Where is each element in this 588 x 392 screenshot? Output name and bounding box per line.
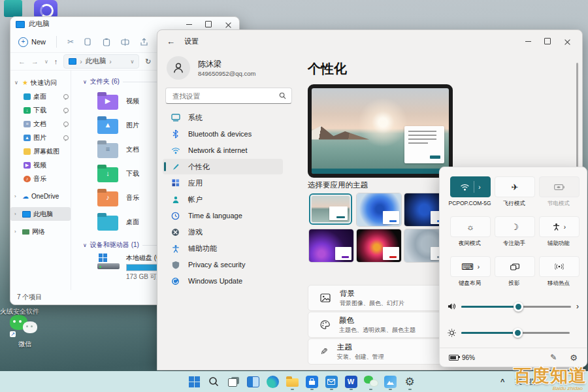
sidebar-item-desktop[interactable]: 桌面 (10, 90, 71, 103)
sidebar-item-documents[interactable]: ≡ 文档 (10, 117, 71, 131)
new-button[interactable]: + New (18, 37, 46, 47)
account-block[interactable]: 陈沐梁 849650952@qq.com (167, 56, 255, 80)
edge-icon[interactable] (265, 373, 280, 390)
breadcrumb-sep: › (109, 57, 112, 65)
nav-item-accounts[interactable]: 帐户 (163, 191, 283, 207)
gear-icon[interactable]: ⚙ (570, 353, 578, 363)
start-button[interactable] (187, 373, 201, 390)
sidebar-item-this-pc[interactable]: › 此电脑 (10, 207, 71, 221)
sidebar-item-network[interactable]: › 网络 (10, 225, 71, 238)
nav-item-gaming[interactable]: 游戏 (163, 224, 283, 240)
desktop-shortcut-teal-icon[interactable] (4, 0, 22, 17)
paste-icon[interactable] (103, 38, 110, 46)
quick-settings-panel: › ✈ PCPOP.COM-5G 飞行模式 节电模式 ☼ ☽ › 夜间模式 专注… (439, 167, 587, 367)
nav-item-personalization[interactable]: 个性化 (163, 159, 283, 174)
color-palette-icon (320, 320, 330, 329)
sidebar-item-videos[interactable]: ▶ 视频 (10, 158, 71, 172)
settings-minimize-button[interactable] (518, 35, 538, 47)
copy-icon[interactable] (84, 38, 92, 46)
explorer-close-button[interactable] (218, 18, 238, 30)
accessibility-chevron-icon[interactable]: › (564, 223, 566, 231)
nav-item-windows-update[interactable]: Windows Update (163, 273, 283, 289)
mobile-hotspot-tile[interactable] (539, 256, 580, 277)
chevron-right-icon[interactable]: › (14, 193, 20, 199)
theme-mini-window (329, 206, 348, 220)
address-chevron-icon[interactable]: ∨ (131, 59, 135, 65)
nav-item-accessibility[interactable]: 辅助功能 (163, 240, 283, 256)
refresh-icon[interactable]: ↻ (145, 57, 151, 66)
chevron-right-icon[interactable]: › (14, 211, 20, 217)
theme-tile-light-selected[interactable] (309, 193, 352, 225)
word-icon[interactable]: W (344, 373, 358, 390)
volume-slider[interactable] (461, 306, 571, 308)
mail-icon[interactable] (324, 373, 338, 390)
theme-tile-flower-dark[interactable] (357, 229, 401, 262)
search-icon (208, 376, 219, 387)
edit-quick-settings-icon[interactable]: ✎ (550, 353, 557, 362)
breadcrumb[interactable]: › 此电脑 › ∨ (63, 54, 139, 69)
airplane-mode-tile[interactable]: ✈ (495, 176, 535, 197)
wifi-expand-chevron-icon[interactable]: › (478, 184, 480, 191)
keyboard-layout-tile[interactable]: ⌨ › (450, 256, 491, 277)
rename-icon[interactable] (121, 38, 129, 46)
wifi-tile[interactable]: › (450, 176, 491, 197)
tray-expand-chevron[interactable]: ^ (500, 378, 504, 385)
brightness-icon[interactable] (448, 329, 456, 337)
back-icon[interactable]: ← (18, 57, 25, 65)
chevron-down-icon[interactable]: ∨ (14, 80, 20, 86)
sidebar-item-onedrive[interactable]: › ☁ OneDrive (10, 189, 71, 203)
share-icon[interactable] (140, 38, 148, 46)
project-tile[interactable] (495, 256, 535, 277)
wifi-label: PCPOP.COM-5G (447, 200, 493, 206)
night-light-tile[interactable]: ☼ (450, 216, 491, 237)
settings-maximize-button[interactable] (538, 35, 557, 47)
cut-icon[interactable]: ✂ (67, 37, 74, 46)
wechat-taskbar-icon[interactable] (363, 373, 378, 390)
taskbar-search-button[interactable] (206, 373, 221, 390)
forward-icon[interactable]: → (31, 57, 39, 65)
settings-close-button[interactable] (557, 35, 577, 47)
taskbar-settings-icon[interactable]: ⚙ (402, 373, 417, 390)
widgets-button[interactable] (246, 373, 260, 390)
user-name: 陈沐梁 (198, 59, 255, 70)
speaker-icon[interactable] (448, 302, 456, 310)
accessibility-label: 辅助功能 (536, 240, 581, 248)
nav-item-bluetooth[interactable]: Bluetooth & devices (163, 126, 283, 142)
brightness-slider[interactable] (461, 332, 570, 334)
sidebar-item-music[interactable]: ♪ 音乐 (10, 172, 71, 186)
theme-tile-bloom-light[interactable] (357, 193, 401, 226)
photos-icon[interactable] (383, 373, 397, 390)
nav-item-time-language[interactable]: Time & language (163, 208, 283, 223)
recent-chevron-icon[interactable]: ∨ (44, 59, 48, 65)
explorer-maximize-button[interactable] (199, 18, 218, 30)
sidebar-item-quick-access[interactable]: ∨ ★ 快速访问 (10, 76, 71, 90)
nav-item-apps[interactable]: 应用 (163, 175, 283, 191)
airplane-icon: ✈ (512, 182, 519, 192)
chevron-right-icon[interactable]: › (14, 229, 20, 235)
focus-assist-tile[interactable]: ☽ (495, 216, 535, 237)
up-icon[interactable]: ↑ (54, 57, 58, 65)
task-view-button[interactable] (226, 373, 240, 390)
nav-item-system[interactable]: 系统 (163, 110, 283, 125)
explorer-minimize-button[interactable] (179, 18, 199, 30)
volume-output-chevron-icon[interactable]: › (576, 302, 579, 311)
battery-saver-tile[interactable] (539, 176, 580, 197)
file-explorer-icon[interactable] (285, 373, 299, 390)
theme-tile-glow-purple[interactable] (309, 229, 353, 262)
settings-scrollbar[interactable] (576, 63, 578, 167)
nav-item-network[interactable]: Network & internet (163, 142, 283, 158)
sidebar-item-downloads[interactable]: ↓ 下载 (10, 103, 71, 117)
nav-item-privacy[interactable]: Privacy & security (163, 257, 283, 272)
desktop-shortcut-wechat[interactable]: ↗ 微信 (7, 315, 43, 349)
pin-icon (63, 108, 69, 113)
sidebar-item-screenshots[interactable]: 屏幕截图 (10, 144, 71, 158)
music-folder-icon: ♪ (97, 191, 118, 206)
accessibility-tile[interactable]: › (539, 216, 580, 237)
microsoft-store-icon[interactable] (304, 373, 319, 390)
back-button[interactable]: ← (167, 37, 175, 46)
keyboard-chevron-icon[interactable]: › (478, 263, 480, 270)
settings-search-input[interactable] (171, 91, 275, 101)
breadcrumb-this-pc[interactable]: 此电脑 (86, 57, 106, 66)
sidebar-item-pictures[interactable]: ▲ 图片 (10, 131, 71, 144)
settings-search-box[interactable] (165, 88, 292, 104)
